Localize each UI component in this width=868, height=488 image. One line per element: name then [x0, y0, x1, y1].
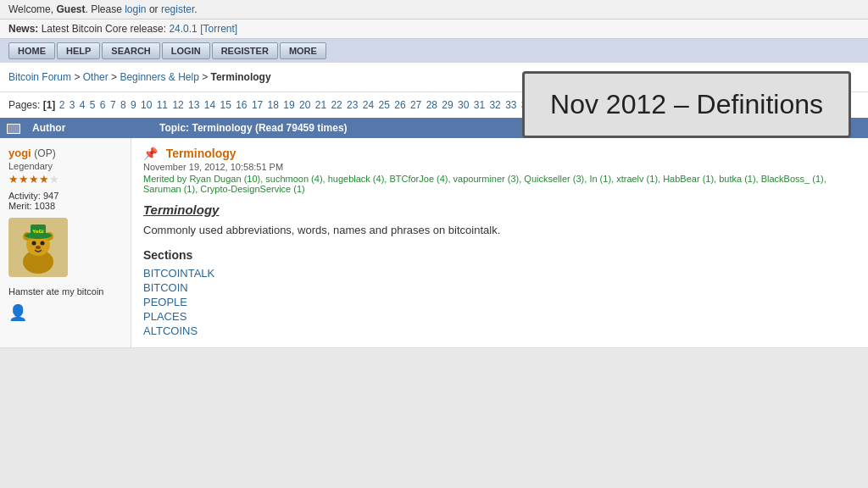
sections-list: BITCOINTALK BITCOIN PEOPLE PLACES ALTCOI… — [143, 267, 856, 337]
help-button[interactable]: HELP — [57, 42, 100, 59]
overlay-box: Nov 2012 – Definitions — [522, 71, 851, 138]
page-23[interactable]: 23 — [347, 99, 358, 111]
username-link[interactable]: yogi — [8, 147, 31, 159]
page-19[interactable]: 19 — [283, 99, 294, 111]
news-label: News: — [8, 23, 38, 35]
forum-icon — [7, 124, 20, 134]
page-21[interactable]: 21 — [315, 99, 326, 111]
avatar-image: YoGi — [8, 218, 68, 277]
page-22[interactable]: 22 — [331, 99, 342, 111]
page-4[interactable]: 4 — [80, 99, 86, 111]
page-11[interactable]: 11 — [157, 99, 168, 111]
activity-label: Activity: — [8, 191, 41, 201]
page-2[interactable]: 2 — [59, 99, 65, 111]
page-14[interactable]: 14 — [204, 99, 215, 111]
post-body-title: Terminology — [143, 202, 856, 217]
user-custom-title: Hamster ate my bitcoin — [8, 286, 122, 297]
header-author-col: Author — [32, 122, 159, 134]
star-1: ★ — [8, 173, 19, 186]
page-17[interactable]: 17 — [252, 99, 263, 111]
section-places[interactable]: PLACES — [143, 310, 856, 323]
pages-label: Pages: — [8, 99, 43, 111]
page-current: [1] — [43, 99, 56, 111]
page-20[interactable]: 20 — [299, 99, 310, 111]
page-18[interactable]: 18 — [268, 99, 279, 111]
activity-stat: Activity: 947 — [8, 191, 122, 201]
post-body-desc: Commonly used abbreviations, words, name… — [143, 224, 856, 236]
page-7[interactable]: 7 — [110, 99, 116, 111]
breadcrumb-beginners[interactable]: Beginners & Help — [120, 71, 198, 83]
section-bitcointalk[interactable]: BITCOINTALK — [143, 267, 856, 280]
login-button[interactable]: LOGIN — [162, 42, 210, 59]
top-bar: Welcome, Guest. Please login or register… — [0, 0, 868, 19]
page-29[interactable]: 29 — [442, 99, 453, 111]
page-3[interactable]: 3 — [70, 99, 75, 111]
header-icon-col — [7, 122, 32, 134]
pin-icon: 📌 — [143, 147, 158, 160]
please-text: . Please — [85, 3, 125, 15]
op-label: (OP) — [34, 147, 55, 159]
post-title-row: 📌 Terminology — [143, 147, 856, 160]
overlay-text: Nov 2012 – Definitions — [550, 89, 823, 119]
page-28[interactable]: 28 — [426, 99, 437, 111]
star-2: ★ — [19, 173, 29, 186]
post-title-link[interactable]: Terminology — [166, 147, 236, 160]
version-link[interactable]: 24.0.1 — [169, 23, 197, 35]
page-26[interactable]: 26 — [394, 99, 405, 111]
torrent-link[interactable]: [Torrent] — [200, 23, 237, 35]
svg-point-4 — [41, 241, 45, 246]
page-9[interactable]: 9 — [131, 99, 136, 111]
star-3: ★ — [29, 173, 39, 186]
user-stars: ★★★★★ — [8, 173, 122, 186]
star-5: ★ — [49, 173, 59, 186]
page-27[interactable]: 27 — [410, 99, 421, 111]
page-30[interactable]: 30 — [458, 99, 469, 111]
page-5[interactable]: 5 — [90, 99, 96, 111]
post-content: 📌 Terminology November 19, 2012, 10:58:5… — [131, 138, 868, 347]
section-altcoins[interactable]: ALTCOINS — [143, 324, 856, 337]
merit-value: 1038 — [35, 201, 55, 211]
merited-label: Merited by — [143, 174, 189, 184]
page-33[interactable]: 33 — [505, 99, 516, 111]
search-button[interactable]: SEARCH — [102, 42, 159, 59]
page-8[interactable]: 8 — [120, 99, 126, 111]
star-4: ★ — [39, 173, 49, 186]
page-13[interactable]: 13 — [188, 99, 199, 111]
section-people[interactable]: PEOPLE — [143, 296, 856, 308]
merited-names: Ryan Dugan (10), suchmoon (4), hugeblack… — [143, 174, 826, 194]
guest-label: Guest — [56, 3, 85, 15]
more-button[interactable]: MORE — [280, 42, 326, 59]
home-button[interactable]: HOME — [8, 42, 55, 59]
post-header-info: 📌 Terminology November 19, 2012, 10:58:5… — [143, 147, 856, 194]
nav-bar: HOME HELP SEARCH LOGIN REGISTER MORE — [0, 39, 868, 63]
svg-point-5 — [36, 246, 41, 249]
login-link[interactable]: login — [125, 3, 146, 15]
register-link[interactable]: register — [161, 3, 194, 15]
page-15[interactable]: 15 — [220, 99, 231, 111]
period: . — [194, 3, 197, 15]
post-body: Terminology Commonly used abbreviations,… — [143, 202, 856, 337]
svg-point-3 — [32, 241, 36, 246]
page-24[interactable]: 24 — [363, 99, 374, 111]
register-button[interactable]: REGISTER — [212, 42, 278, 59]
user-icon-area: 👤 — [8, 303, 122, 322]
page-16[interactable]: 16 — [236, 99, 247, 111]
breadcrumb-other[interactable]: Other — [83, 71, 108, 83]
breadcrumb-forum[interactable]: Bitcoin Forum — [8, 71, 71, 83]
merit-label: Merit: — [8, 201, 32, 211]
news-bar: News: Latest Bitcoin Core release: 24.0.… — [0, 19, 868, 39]
post-container: yogi (OP) Legendary ★★★★★ Activity: 947 … — [0, 138, 868, 348]
news-text: Latest Bitcoin Core release: — [38, 23, 169, 35]
breadcrumb-current: Terminology — [211, 71, 271, 83]
page-10[interactable]: 10 — [141, 99, 152, 111]
page-12[interactable]: 12 — [172, 99, 183, 111]
page-32[interactable]: 32 — [489, 99, 500, 111]
user-stats: Activity: 947 Merit: 1038 — [8, 191, 122, 211]
page-25[interactable]: 25 — [379, 99, 390, 111]
user-panel: yogi (OP) Legendary ★★★★★ Activity: 947 … — [0, 138, 131, 347]
page-31[interactable]: 31 — [474, 99, 485, 111]
section-bitcoin[interactable]: BITCOIN — [143, 281, 856, 294]
sections-title: Sections — [143, 248, 856, 262]
page-6[interactable]: 6 — [100, 99, 106, 111]
post-date: November 19, 2012, 10:58:51 PM — [143, 162, 856, 172]
